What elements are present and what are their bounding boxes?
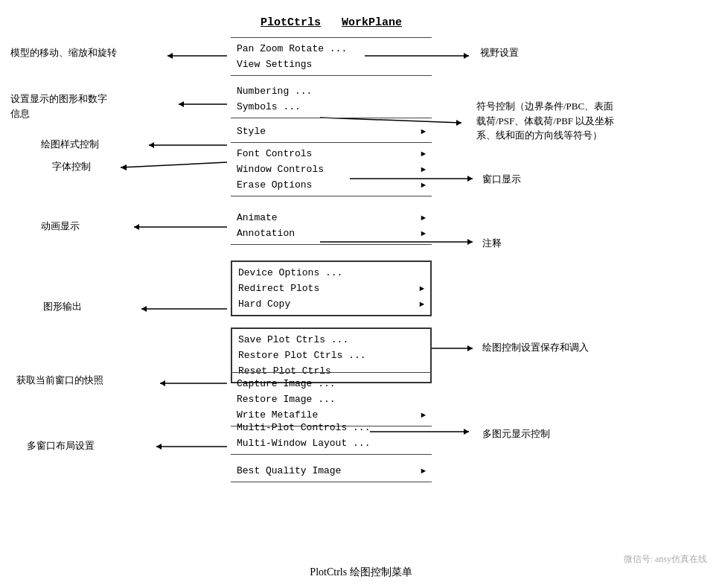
annotation-window: 窗口显示 <box>482 173 521 186</box>
window-submenu-arrow: ► <box>421 165 426 174</box>
svg-marker-7 <box>456 120 461 126</box>
annotation-pan-zoom: 模型的移动、缩放和旋转 <box>10 46 117 60</box>
menu-group-pan: Pan Zoom Rotate ... View Settings <box>231 37 432 76</box>
animate-label: Animate <box>237 212 421 223</box>
svg-marker-1 <box>167 53 173 59</box>
annotation-symbols: 符号控制（边界条件/PBC、表面载荷/PSF、体载荷/PBF 以及坐标系、线和面… <box>476 99 614 143</box>
menu-item-device-options[interactable]: Device Options ... <box>232 265 430 281</box>
menu-item-symbols[interactable]: Symbols ... <box>231 99 432 115</box>
svg-marker-5 <box>179 101 184 107</box>
style-label: Style <box>237 126 421 137</box>
menu-group-best: Best Quality Image ► <box>231 460 432 482</box>
svg-marker-9 <box>149 142 154 148</box>
erase-submenu-arrow: ► <box>421 181 426 190</box>
svg-marker-17 <box>467 239 473 245</box>
svg-marker-15 <box>134 224 139 230</box>
annotation-font: 字体控制 <box>52 160 91 173</box>
plotctrls-title: PlotCtrls <box>261 16 321 29</box>
svg-marker-19 <box>141 306 147 312</box>
menu-item-animate[interactable]: Animate ► <box>231 210 432 226</box>
menu-group-animate: Animate ► Annotation ► <box>231 207 432 245</box>
menu-item-erase-options[interactable]: Erase Options ► <box>231 177 432 193</box>
annotation-numbering: 设置显示的图形和数字信息 <box>10 92 107 121</box>
menu-item-best-quality[interactable]: Best Quality Image ► <box>231 463 432 479</box>
svg-marker-25 <box>464 429 469 435</box>
menu-group-font: Font Controls ► Window Controls ► Erase … <box>231 143 432 196</box>
svg-marker-27 <box>156 444 162 450</box>
menu-item-font-controls[interactable]: Font Controls ► <box>231 146 432 162</box>
device-options-label: Device Options ... <box>238 267 424 278</box>
svg-marker-13 <box>467 176 473 182</box>
capture-image-label: Capture Image ... <box>237 378 426 389</box>
svg-marker-21 <box>467 345 473 351</box>
multi-plot-controls-label: Multi-Plot Controls ... <box>237 422 426 433</box>
restore-image-label: Restore Image ... <box>237 394 426 405</box>
best-quality-arrow: ► <box>421 467 426 476</box>
menu-item-capture-image[interactable]: Capture Image ... <box>231 376 432 392</box>
annotation-animate: 动画显示 <box>41 220 80 233</box>
menu-item-multi-plot-controls[interactable]: Multi-Plot Controls ... <box>231 420 432 435</box>
annotation-device: 图形输出 <box>43 300 82 313</box>
symbols-label: Symbols ... <box>237 101 426 112</box>
restore-plot-ctrls-label: Restore Plot Ctrls ... <box>238 350 424 361</box>
menu-group-multi: Multi-Plot Controls ... Multi-Window Lay… <box>231 417 432 455</box>
annotation-view-settings: 视野设置 <box>480 46 519 60</box>
annotation-style: 绘图样式控制 <box>41 138 99 151</box>
annotation-save-restore: 绘图控制设置保存和调入 <box>482 341 589 354</box>
menu-item-annotation[interactable]: Annotation ► <box>231 226 432 241</box>
save-plot-ctrls-label: Save Plot Ctrls ... <box>238 334 424 345</box>
animate-submenu-arrow: ► <box>421 214 426 223</box>
menu-group-style: Style ► <box>231 121 432 143</box>
watermark-text: 微信号: ansy仿真在线 <box>624 554 707 564</box>
svg-marker-23 <box>160 380 165 386</box>
erase-options-label: Erase Options <box>237 179 421 191</box>
font-submenu-arrow: ► <box>421 150 426 159</box>
view-settings-label: View Settings <box>237 59 426 70</box>
main-container: PlotCtrls WorkPlane Pan Zoom Rotate ... … <box>0 0 722 588</box>
workplane-title: WorkPlane <box>342 16 402 29</box>
menu-group-device: Device Options ... Redirect Plots ► Hard… <box>231 261 432 316</box>
menu-item-window-controls[interactable]: Window Controls ► <box>231 162 432 177</box>
window-controls-label: Window Controls <box>237 164 421 175</box>
annotation-submenu-arrow: ► <box>421 229 426 238</box>
menu-group-numbering: Numbering ... Symbols ... <box>231 80 432 118</box>
multi-window-layout-label: Multi-Window Layout ... <box>237 438 426 449</box>
annotation-capture: 获取当前窗口的快照 <box>16 374 103 387</box>
menu-header: PlotCtrls WorkPlane <box>231 16 432 29</box>
font-controls-label: Font Controls <box>237 148 421 159</box>
svg-marker-3 <box>464 53 469 59</box>
svg-marker-11 <box>121 164 127 170</box>
menu-item-redirect-plots[interactable]: Redirect Plots ► <box>232 281 430 296</box>
annotation-label: Annotation <box>237 228 421 239</box>
bottom-caption: PlotCtrls 绘图控制菜单 <box>310 566 412 579</box>
pan-zoom-label: Pan Zoom Rotate ... <box>237 43 426 54</box>
menu-item-restore-plot-ctrls[interactable]: Restore Plot Ctrls ... <box>232 348 430 363</box>
svg-line-10 <box>121 162 227 167</box>
redirect-plots-label: Redirect Plots <box>238 283 419 294</box>
menu-item-numbering[interactable]: Numbering ... <box>231 83 432 99</box>
menu-item-style[interactable]: Style ► <box>231 124 432 139</box>
annotation-multi-window: 多窗口布局设置 <box>27 439 95 453</box>
watermark: 微信号: ansy仿真在线 <box>624 553 707 566</box>
best-quality-label: Best Quality Image <box>237 465 421 476</box>
hardcopy-submenu-arrow: ► <box>419 300 424 309</box>
menu-item-pan-zoom[interactable]: Pan Zoom Rotate ... <box>231 41 432 57</box>
menu-item-hard-copy[interactable]: Hard Copy ► <box>232 296 430 312</box>
style-submenu-arrow: ► <box>421 127 426 136</box>
redirect-submenu-arrow: ► <box>419 284 424 293</box>
annotation-note: 注释 <box>482 237 502 250</box>
menu-item-multi-window-layout[interactable]: Multi-Window Layout ... <box>231 435 432 451</box>
menu-item-view-settings[interactable]: View Settings <box>231 57 432 72</box>
menu-item-restore-image[interactable]: Restore Image ... <box>231 392 432 407</box>
numbering-label: Numbering ... <box>237 86 426 97</box>
hard-copy-label: Hard Copy <box>238 298 419 310</box>
menu-item-save-plot-ctrls[interactable]: Save Plot Ctrls ... <box>232 332 430 348</box>
annotation-multi-plot: 多图元显示控制 <box>482 427 550 441</box>
